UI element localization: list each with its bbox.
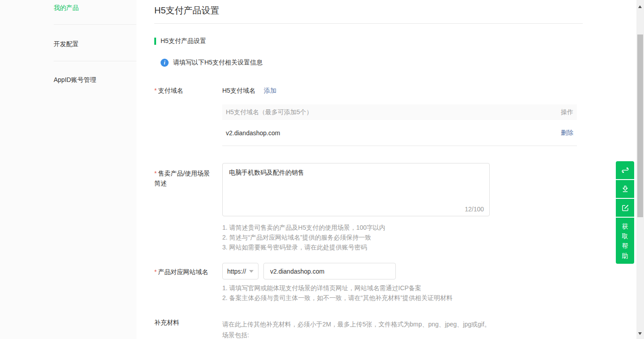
section-title: H5支付产品设置	[161, 37, 206, 45]
description-label: *售卖产品/使用场景 简述	[154, 163, 222, 252]
form-row-pay-domain: *支付域名 H5支付域名 添加 H5支付域名（最多可添加5个） 操作 v2.di…	[154, 87, 584, 146]
delete-domain-link[interactable]: 删除	[561, 129, 573, 137]
section-accent-bar	[154, 38, 156, 45]
description-tips: 1. 请简述贵司售卖的产品及H5支付的使用场景，100字以内 2. 简述与“产品…	[222, 223, 584, 252]
domain-cell: v2.diandashop.com	[226, 129, 561, 137]
link-button[interactable]	[616, 161, 634, 179]
protocol-value: https://	[227, 268, 246, 275]
tip-line: 2. 简述与“产品对应网站域名”提供的服务必须保持一致	[222, 232, 584, 242]
supplementary-label: 补充材料	[154, 319, 222, 339]
form-row-description: *售卖产品/使用场景 简述 电脑手机数码及配件的销售 12/100 1. 请简述…	[154, 163, 584, 252]
notice-row: i 请填写以下H5支付相关设置信息	[161, 59, 584, 67]
supplementary-text: 请在此上传其他补充材料，必须小于2M，最多上传5张，文件格式为bmp、png、j…	[222, 319, 584, 339]
supplementary-line: 场景包括:	[222, 330, 584, 339]
tip-line: 1. 请填写官网或能体现支付场景的详情页网址，网站域名需通过ICP备案	[222, 283, 584, 293]
form-row-supplementary: 补充材料 请在此上传其他补充材料，必须小于2M，最多上传5张，文件格式为bmp、…	[154, 319, 584, 339]
scrollbar-thumb[interactable]	[637, 34, 643, 217]
chevron-down-icon	[249, 270, 254, 273]
sidebar: 我的产品 开发配置 AppID账号管理	[0, 0, 136, 339]
floating-toolbar: 获取帮助	[616, 161, 634, 264]
char-counter: 12/100	[465, 206, 484, 213]
link-icon	[621, 166, 630, 175]
notice-text: 请填写以下H5支付相关设置信息	[173, 59, 263, 67]
get-help-button[interactable]: 获取帮助	[616, 218, 634, 264]
page-title: H5支付产品设置	[154, 0, 584, 17]
sidebar-item-my-products[interactable]: 我的产品	[54, 0, 136, 25]
required-mark: *	[154, 170, 157, 177]
download-button[interactable]	[616, 180, 634, 198]
table-row: v2.diandashop.com 删除	[222, 120, 577, 146]
sidebar-item-dev-config[interactable]: 开发配置	[54, 25, 136, 61]
tip-line: 3. 网站如需要账号密码登录，请在此处提供账号密码	[222, 242, 584, 252]
h5-domain-field-label: H5支付域名	[222, 87, 255, 94]
scroll-down-arrow-icon[interactable]	[638, 332, 642, 335]
scroll-up-arrow-icon[interactable]	[638, 5, 642, 8]
form-row-website: *产品对应网站域名 https:// 1. 请填写官网或能体现支付场景的详情页网…	[154, 263, 584, 303]
main-content: H5支付产品设置 H5支付产品设置 i 请填写以下H5支付相关设置信息 *支付域…	[136, 0, 584, 339]
supplementary-line: 请在此上传其他补充材料，必须小于2M，最多上传5张，文件格式为bmp、png、j…	[222, 319, 584, 330]
info-icon: i	[161, 59, 169, 67]
action-column-header: 操作	[561, 108, 573, 116]
website-label: *产品对应网站域名	[154, 263, 222, 303]
domain-table: H5支付域名（最多可添加5个） 操作 v2.diandashop.com 删除	[222, 104, 577, 146]
domain-column-header: H5支付域名（最多可添加5个）	[226, 108, 561, 116]
tip-line: 2. 备案主体必须与贵司主体一致，如不一致，请在“其他补充材料”提供相关证明材料	[222, 293, 584, 303]
download-icon	[621, 185, 630, 193]
protocol-select[interactable]: https://	[222, 263, 258, 279]
add-domain-link[interactable]: 添加	[264, 87, 276, 94]
feedback-edit-icon	[621, 203, 630, 212]
description-textarea[interactable]: 电脑手机数码及配件的销售	[223, 163, 489, 206]
tip-line: 1. 请简述贵司售卖的产品及H5支付的使用场景，100字以内	[222, 223, 584, 232]
section-header: H5支付产品设置	[154, 37, 584, 45]
get-help-label: 获取帮助	[622, 221, 628, 261]
required-mark: *	[154, 87, 157, 94]
website-tips: 1. 请填写官网或能体现支付场景的详情页网址，网站域名需通过ICP备案 2. 备…	[222, 283, 584, 303]
description-textarea-box: 电脑手机数码及配件的销售 12/100	[222, 163, 490, 216]
sidebar-item-appid-management[interactable]: AppID账号管理	[54, 61, 136, 97]
domain-table-header: H5支付域名（最多可添加5个） 操作	[222, 104, 577, 120]
feedback-button[interactable]	[616, 199, 634, 217]
title-divider	[154, 23, 583, 24]
required-mark: *	[154, 268, 157, 275]
website-domain-input[interactable]	[263, 263, 396, 279]
pay-domain-label: *支付域名	[154, 87, 222, 146]
scrollbar[interactable]	[636, 0, 644, 339]
